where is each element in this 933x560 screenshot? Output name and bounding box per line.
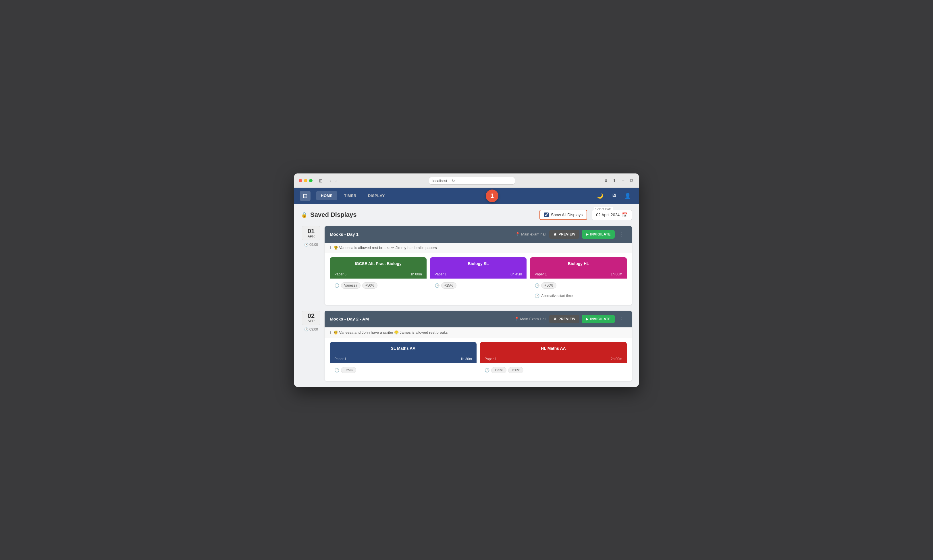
session-title: Mocks - Day 2 - AM	[330, 317, 511, 322]
timer-icon: 🕐	[334, 368, 339, 372]
alt-start-text: Alternative start time	[541, 294, 573, 298]
exam-card: IGCSE Alt. Prac. Biology Paper 6 1h 00m …	[330, 257, 426, 301]
exam-duration: 1h 00m	[411, 272, 422, 276]
nav-timer[interactable]: TIMER	[340, 191, 361, 200]
session-time: 🕐 09:00	[304, 243, 318, 247]
exam-paper: Paper 6	[334, 272, 346, 276]
new-tab-button[interactable]: ＋	[620, 177, 627, 185]
alt-start-icon: 🕐	[534, 294, 539, 298]
tag-25: +25%	[341, 367, 356, 373]
browser-controls: ⊞ ‹ › localhost ↻ ⬇ ⬆ ＋ ⧉	[299, 177, 634, 185]
lock-icon: 🔒	[301, 212, 307, 218]
info-text: 😤 Vanessa is allowed rest breaks ✏ Jimmy…	[334, 246, 437, 250]
session-location: 📍 Main Exam Hall	[514, 317, 547, 321]
date-day: 02	[302, 313, 320, 319]
exam-header: IGCSE Alt. Prac. Biology	[330, 257, 426, 270]
navbar-center: 1	[392, 189, 592, 202]
forward-button[interactable]: ›	[334, 178, 339, 183]
session-actions: 🖥 PREVIEW ▶ INVIGILATE ⋮	[549, 315, 627, 323]
show-all-checkbox[interactable]	[544, 212, 549, 217]
timer-icon: 🕐	[534, 283, 539, 288]
exam-paper: Paper 1	[534, 272, 547, 276]
maximize-button[interactable]	[309, 179, 313, 182]
exam-details: Paper 1 1h 30m	[330, 355, 477, 363]
date-selector[interactable]: 02 April 2024 📅	[592, 210, 632, 220]
more-options-button[interactable]: ⋮	[617, 230, 627, 238]
exam-title: Biology HL	[534, 262, 622, 266]
tab-overview-button[interactable]: ⧉	[629, 177, 634, 184]
tag-25: +25%	[491, 367, 507, 373]
browser-nav: ‹ ›	[328, 178, 339, 183]
url-input[interactable]: localhost ↻	[429, 177, 515, 185]
exam-title: Biology SL	[435, 262, 522, 266]
share-button[interactable]: ⬆	[611, 177, 617, 184]
invigilate-button[interactable]: ▶ INVIGILATE	[582, 315, 615, 323]
select-date-label: Select Date	[594, 207, 613, 211]
sidebar-toggle-button[interactable]: ⊞	[317, 177, 324, 184]
sessions-list: 01 Apr 🕐 09:00 Mocks - Day 1 📍 Main exam…	[301, 226, 632, 381]
exam-body: 🕐 +25%	[430, 278, 527, 292]
preview-icon: 🖥	[553, 232, 557, 236]
exam-paper: Paper 1	[334, 357, 346, 361]
exam-paper: Paper 1	[435, 272, 446, 276]
reload-icon[interactable]: ↻	[452, 178, 455, 183]
session-info-bar: ℹ 🤴 Vanessa and John have a scribe 😤 Jam…	[325, 328, 632, 338]
tag-50: +50%	[362, 282, 377, 289]
address-bar: localhost ↻	[343, 177, 600, 185]
exam-details: Paper 1 1h 00m	[530, 270, 627, 278]
page-header: 🔒 Saved Displays Show All Displays Selec…	[301, 210, 632, 220]
exam-header: SL Maths AA	[330, 342, 477, 355]
date-month: Apr	[302, 234, 320, 238]
preview-button[interactable]: 🖥 PREVIEW	[549, 315, 579, 323]
exam-paper: Paper 1	[485, 357, 497, 361]
download-button[interactable]: ⬇	[603, 177, 609, 184]
invigilate-button[interactable]: ▶ INVIGILATE	[582, 230, 615, 238]
tag-50: +50%	[541, 282, 556, 289]
calendar-icon[interactable]: 📅	[622, 212, 628, 218]
close-button[interactable]	[299, 179, 302, 182]
monitor-button[interactable]: 🖥	[609, 192, 619, 200]
exam-duration: 0h 45m	[510, 272, 522, 276]
exam-duration: 1h 00m	[611, 272, 622, 276]
session-info-bar: ℹ 😤 Vanessa is allowed rest breaks ✏ Jim…	[325, 243, 632, 253]
show-all-label: Show All Displays	[551, 212, 583, 217]
app-logo: ⊟	[300, 191, 311, 201]
exam-body: 🕐 +25% +50%	[480, 363, 627, 377]
session-time: 🕐 09:00	[304, 328, 318, 331]
session-item: 02 Apr 🕐 09:00 Mocks - Day 2 - AM 📍 Main…	[301, 311, 632, 381]
location-pin-icon: 📍	[515, 232, 520, 236]
navbar-right: 🌙 🖥 👤	[594, 192, 633, 200]
minimize-button[interactable]	[304, 179, 307, 182]
dark-mode-button[interactable]: 🌙	[594, 192, 605, 200]
preview-icon: 🖥	[553, 317, 557, 321]
date-badge: 02 Apr	[302, 311, 320, 325]
user-button[interactable]: 👤	[622, 192, 633, 200]
date-column: 01 Apr 🕐 09:00	[301, 226, 321, 305]
timer-icon: 🕐	[334, 283, 339, 288]
exam-body: 🕐 +25%	[330, 363, 477, 377]
main-content: 🔒 Saved Displays Show All Displays Selec…	[294, 204, 639, 387]
tag-vanessa: Vanessa	[341, 282, 360, 289]
nav-home[interactable]: HOME	[316, 191, 337, 200]
exam-duration: 2h 00m	[611, 357, 622, 361]
tag-25: +25%	[441, 282, 456, 289]
date-column: 02 Apr 🕐 09:00	[301, 311, 321, 381]
exam-card: HL Maths AA Paper 1 2h 00m 🕐 +25% +50%	[480, 342, 627, 377]
back-button[interactable]: ‹	[328, 178, 333, 183]
nav-display[interactable]: DISPLAY	[363, 191, 390, 200]
session-header: Mocks - Day 2 - AM 📍 Main Exam Hall 🖥 PR…	[325, 311, 632, 328]
exam-header: HL Maths AA	[480, 342, 627, 355]
show-all-displays-toggle[interactable]: Show All Displays	[539, 210, 587, 220]
date-month: Apr	[302, 319, 320, 323]
exam-card: Biology HL Paper 1 1h 00m 🕐 +50%	[530, 257, 627, 301]
step-badge: 1	[486, 189, 498, 202]
exam-header: Biology SL	[430, 257, 527, 270]
exam-title: SL Maths AA	[334, 346, 472, 351]
browser-window: ⊞ ‹ › localhost ↻ ⬇ ⬆ ＋ ⧉ ⊟ HOME TIMER D…	[294, 174, 639, 387]
play-icon: ▶	[586, 232, 588, 236]
url-text: localhost	[433, 178, 447, 183]
preview-button[interactable]: 🖥 PREVIEW	[549, 230, 579, 238]
session-actions: 🖥 PREVIEW ▶ INVIGILATE ⋮	[549, 230, 627, 238]
session-item: 01 Apr 🕐 09:00 Mocks - Day 1 📍 Main exam…	[301, 226, 632, 305]
more-options-button[interactable]: ⋮	[617, 315, 627, 323]
